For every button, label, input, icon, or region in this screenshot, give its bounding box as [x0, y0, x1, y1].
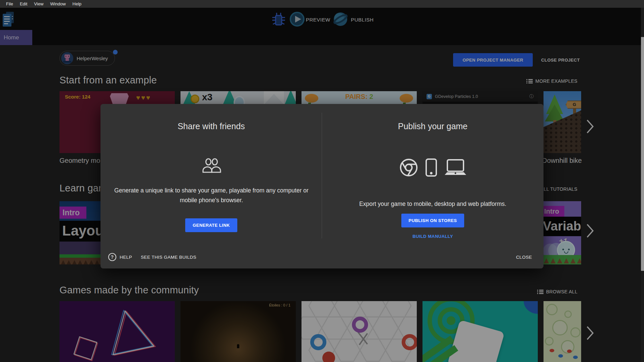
close-dialog-button[interactable]: CLOSE	[514, 251, 534, 263]
menu-view[interactable]: View	[31, 1, 47, 6]
publish-title: Publish your game	[322, 121, 544, 131]
menu-edit[interactable]: Edit	[16, 1, 31, 6]
menu-file[interactable]: File	[3, 1, 16, 6]
see-game-builds-button[interactable]: SEE THIS GAME BUILDS	[139, 254, 198, 260]
scrollbar-thumb[interactable]	[641, 37, 644, 271]
manual-link-row: BUILD MANUALLY	[322, 233, 544, 239]
publish-description: Export your game to mobile, desktop and …	[322, 199, 544, 209]
share-icon-wrap	[100, 158, 322, 175]
svg-text:?: ?	[111, 254, 114, 260]
help-label: HELP	[120, 255, 132, 260]
publish-on-stores-button[interactable]: PUBLISH ON STORES	[401, 214, 465, 227]
platform-icons-row	[322, 158, 544, 177]
share-description: Generate a unique link to share your gam…	[112, 186, 311, 205]
gdevelop-window: File Edit View Window Help	[0, 0, 644, 362]
share-button-row: GENERATE LINK	[100, 218, 322, 232]
share-title: Share with friends	[100, 121, 322, 131]
generate-link-button[interactable]: GENERATE LINK	[185, 218, 237, 232]
build-manually-link[interactable]: BUILD MANUALLY	[410, 233, 455, 239]
chrome-icon	[399, 158, 418, 177]
laptop-icon	[444, 159, 467, 176]
help-button[interactable]: ? HELP	[106, 252, 134, 262]
menu-help[interactable]: Help	[69, 1, 85, 6]
see-builds-label: SEE THIS GAME BUILDS	[141, 255, 196, 260]
people-icon	[201, 158, 222, 173]
smartphone-icon	[425, 158, 438, 177]
dialog-footer-left: ? HELP SEE THIS GAME BUILDS	[106, 251, 198, 263]
publish-button-row: PUBLISH ON STORES	[322, 214, 544, 227]
close-label: CLOSE	[516, 255, 532, 260]
menu-bar: File Edit View Window Help	[0, 0, 644, 8]
export-dialog: Share with friends Generate a unique lin…	[100, 104, 544, 268]
menu-window[interactable]: Window	[47, 1, 69, 6]
help-question-icon: ?	[108, 253, 117, 261]
